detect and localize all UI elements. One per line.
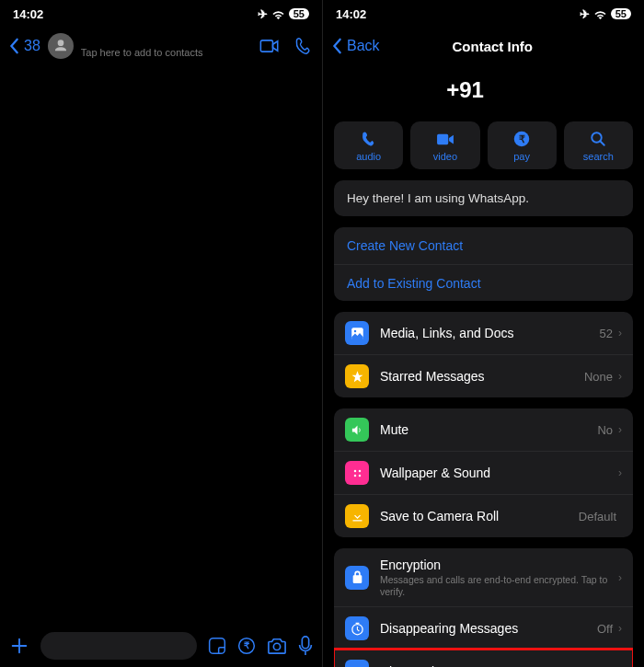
status-bar: 14:02 ✈︎ 55: [0, 0, 322, 28]
battery-badge: 55: [611, 8, 631, 19]
svg-point-11: [358, 469, 361, 472]
speaker-icon: [345, 418, 369, 442]
svg-point-9: [353, 329, 356, 332]
phone-number: +91: [322, 64, 644, 121]
airplane-icon: ✈︎: [258, 7, 268, 21]
chevron-left-icon: [9, 38, 20, 54]
svg-point-10: [353, 469, 356, 472]
chevron-right-icon: ›: [618, 423, 622, 436]
svg-point-13: [358, 474, 361, 477]
chevron-right-icon: ›: [618, 571, 622, 584]
row-label: Mute: [380, 422, 597, 437]
settings-group: Mute No › Wallpaper & Sound › Save to Ca…: [334, 408, 633, 537]
sticker-icon: [208, 637, 226, 655]
row-value: None: [584, 370, 613, 384]
action-label: audio: [356, 151, 381, 162]
wifi-icon: [271, 9, 285, 19]
wallpaper-row[interactable]: Wallpaper & Sound ›: [334, 451, 633, 494]
video-call-button[interactable]: [259, 40, 280, 52]
plus-icon: [9, 636, 29, 656]
svg-text:₹: ₹: [244, 640, 250, 650]
lock-icon: [345, 566, 369, 590]
battery-badge: 55: [289, 8, 309, 19]
chevron-right-icon: ›: [618, 622, 622, 635]
phone-icon: [294, 37, 313, 55]
row-value: 52: [600, 327, 613, 340]
svg-point-12: [353, 474, 356, 477]
clock: 14:02: [336, 7, 366, 21]
star-icon: [345, 364, 369, 388]
action-row: audio video ₹ pay search: [334, 121, 633, 169]
row-value: No: [597, 423, 613, 437]
security-group: Encryption Messages and calls are end-to…: [334, 548, 633, 667]
chevron-left-icon: [332, 38, 343, 54]
rupee-icon: ₹: [237, 637, 256, 655]
svg-text:₹: ₹: [519, 133, 525, 144]
search-icon: [590, 131, 606, 147]
camera-icon: [267, 637, 287, 655]
starred-row[interactable]: Starred Messages None ›: [334, 354, 633, 397]
chevron-right-icon: ›: [618, 370, 622, 383]
svg-rect-0: [210, 638, 225, 654]
row-label: Wallpaper & Sound: [380, 466, 618, 480]
media-group: Media, Links, and Docs 52 › Starred Mess…: [334, 312, 633, 397]
row-value: Off: [597, 622, 613, 636]
clock: 14:02: [13, 7, 43, 21]
disappearing-row[interactable]: Disappearing Messages Off ›: [334, 606, 633, 650]
add-contact-hint[interactable]: Tap here to add to contacts: [81, 47, 252, 58]
camera-roll-row[interactable]: Save to Camera Roll Default: [334, 494, 633, 537]
status-text[interactable]: Hey there! I am using WhatsApp.: [334, 180, 633, 216]
row-value: Default: [579, 510, 616, 523]
add-existing-contact-row[interactable]: Add to Existing Contact: [334, 264, 633, 301]
video-icon: [259, 40, 280, 52]
status-bar: 14:02 ✈︎ 55: [323, 0, 644, 28]
video-icon: [436, 133, 454, 145]
back-button[interactable]: 38: [9, 38, 40, 54]
action-label: search: [583, 151, 614, 162]
create-contact-row[interactable]: Create New Contact: [334, 227, 633, 264]
row-label: Disappearing Messages: [380, 621, 597, 636]
action-label: pay: [513, 151, 530, 162]
chat-lock-icon: [345, 660, 369, 667]
pay-action[interactable]: ₹ pay: [488, 121, 557, 169]
row-label: Encryption Messages and calls are end-to…: [380, 558, 618, 597]
plus-button[interactable]: [9, 636, 29, 656]
message-input[interactable]: [40, 632, 197, 660]
person-icon: [53, 39, 68, 53]
search-action[interactable]: search: [564, 121, 633, 169]
rupee-button[interactable]: ₹: [237, 637, 256, 655]
chat-lock-row[interactable]: Chat Lock Off ›: [334, 650, 633, 667]
airplane-icon: ✈︎: [580, 7, 590, 21]
camera-button[interactable]: [267, 637, 287, 655]
action-label: video: [433, 151, 457, 162]
audio-action[interactable]: audio: [334, 121, 403, 169]
info-navbar: Back Contact Info: [323, 28, 644, 64]
mute-row[interactable]: Mute No ›: [334, 408, 633, 451]
row-subtext: Messages and calls are end-to-end encryp…: [380, 574, 618, 597]
mic-icon: [298, 636, 313, 656]
phone-icon: [361, 131, 377, 147]
media-row[interactable]: Media, Links, and Docs 52 ›: [334, 312, 633, 354]
chat-navbar: 38 Tap here to add to contacts: [0, 28, 322, 64]
photos-icon: [345, 321, 369, 345]
sticker-button[interactable]: [208, 637, 226, 655]
wifi-icon: [593, 9, 607, 19]
contact-info-screen: 14:02 ✈︎ 55 Back Contact Info +91 audio …: [322, 0, 644, 667]
audio-call-button[interactable]: [294, 37, 313, 55]
svg-point-3: [273, 643, 280, 650]
row-label: Media, Links, and Docs: [380, 326, 600, 340]
contact-links-group: Create New Contact Add to Existing Conta…: [334, 227, 633, 301]
wallpaper-icon: [345, 461, 369, 485]
timer-icon: [345, 616, 369, 640]
download-icon: [345, 504, 369, 528]
row-label: Starred Messages: [380, 369, 584, 384]
encryption-row[interactable]: Encryption Messages and calls are end-to…: [334, 548, 633, 606]
input-bar: ₹: [0, 625, 322, 667]
row-label: Add to Existing Contact: [347, 276, 622, 291]
chevron-right-icon: ›: [618, 466, 622, 479]
mic-button[interactable]: [298, 636, 313, 656]
avatar[interactable]: [48, 33, 74, 59]
video-action[interactable]: video: [410, 121, 479, 169]
chat-screen: 14:02 ✈︎ 55 38 Tap here to add to contac…: [0, 0, 322, 667]
chevron-right-icon: ›: [618, 327, 622, 339]
